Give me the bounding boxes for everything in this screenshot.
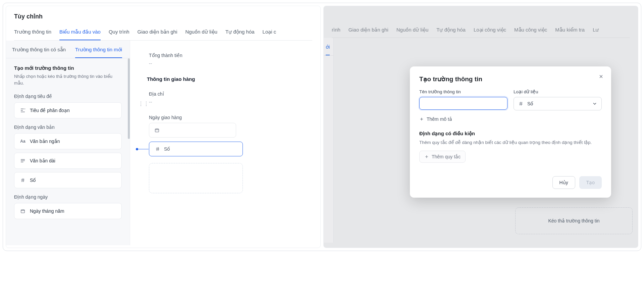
drop-insert-number[interactable]: Số <box>149 142 243 156</box>
create-field-desc: Nhấp chọn hoặc kéo thả trường thông tin … <box>14 73 122 86</box>
svg-rect-1 <box>21 210 25 213</box>
group-heading-label: Định dạng tiêu đề <box>14 94 122 99</box>
create-field-modal: Tạo trường thông tin Tên trường thông ti… <box>410 66 611 198</box>
add-description-button[interactable]: Thêm mô tả <box>419 115 452 123</box>
form-total-value: -- <box>149 61 320 66</box>
hash-icon <box>518 101 524 107</box>
tab-more-r[interactable]: Lư <box>593 23 599 38</box>
hash-icon <box>20 177 26 183</box>
field-type-label: Văn bản dài <box>30 158 55 163</box>
sidebar-subtabs: Trường thông tin có sẵn Trường thông tin… <box>6 41 130 58</box>
drop-placeholder-text: Kéo thả trường thông tin <box>548 218 599 223</box>
form-date-input[interactable] <box>149 123 236 138</box>
field-name-input[interactable] <box>419 97 507 110</box>
field-type-label: Loại dữ liệu <box>514 89 602 94</box>
form-canvas: Tổng thành tiền -- Thông tin giao hàng Đ… <box>130 41 320 245</box>
create-button[interactable]: Tạo <box>579 176 602 189</box>
hash-icon <box>155 146 161 152</box>
form-address-value: -- <box>149 99 320 105</box>
tab-process-r[interactable]: rình <box>332 23 340 38</box>
modal-title: Tạo trường thông tin <box>419 75 602 83</box>
page-title: Tùy chỉnh <box>14 13 312 20</box>
drop-insert-label: Số <box>164 146 170 152</box>
add-rule-button[interactable]: Thêm quy tắc <box>419 151 466 163</box>
tab-record-ui[interactable]: Giao diện bản ghi <box>138 26 177 40</box>
right-pane: rình Giao diện bản ghi Nguồn dữ liệu Tự … <box>323 6 638 248</box>
chevron-down-icon <box>592 101 597 106</box>
field-type-label: Văn bản ngắn <box>30 139 60 144</box>
drop-placeholder-right[interactable]: Kéo thả trường thông tin <box>515 207 633 234</box>
cancel-button[interactable]: Hủy <box>552 176 575 189</box>
conditional-format-desc: Thêm quy tắc để dễ dàng nhận biết các dữ… <box>419 139 602 146</box>
drag-handle-icon[interactable]: ⋮⋮ <box>138 101 149 107</box>
field-type-short-text[interactable]: Aa Văn bản ngắn <box>14 133 122 149</box>
field-type-select[interactable]: Số <box>514 97 602 110</box>
subtab-new-fields[interactable]: Trường thông tin mới <box>75 41 122 58</box>
form-total-label: Tổng thành tiền <box>149 53 320 58</box>
field-type-section-title[interactable]: Tiêu đề phân đoạn <box>14 102 122 118</box>
tab-data-source[interactable]: Nguồn dữ liệu <box>185 26 218 40</box>
add-description-label: Thêm mô tả <box>427 116 452 122</box>
section-icon <box>20 107 26 113</box>
plus-icon <box>424 154 429 159</box>
fields-sidebar: Trường thông tin có sẵn Trường thông tin… <box>6 41 130 245</box>
field-type-value: Số <box>527 101 533 106</box>
group-text-label: Định dạng văn bản <box>14 124 122 130</box>
add-rule-label: Thêm quy tắc <box>432 154 461 159</box>
field-type-label: Tiêu đề phân đoạn <box>30 108 70 113</box>
tab-job-template-r[interactable]: Mẫu công việc <box>514 23 547 38</box>
tab-process[interactable]: Quy trình <box>109 26 129 40</box>
tab-input-forms[interactable]: Biểu mẫu đầu vào <box>59 26 101 40</box>
subtab-existing-fields[interactable]: Trường thông tin có sẵn <box>12 41 66 58</box>
left-pane: Tùy chỉnh Trường thông tin Biểu mẫu đầu … <box>6 6 321 248</box>
create-field-title: Tạo mới trường thông tin <box>14 65 122 71</box>
insert-indicator-line <box>137 149 149 149</box>
tab-job-type[interactable]: Loại c <box>263 26 276 40</box>
main-tabs-right: rình Giao diện bản ghi Nguồn dữ liệu Tự … <box>332 23 630 38</box>
conditional-format-title: Định dạng có điều kiện <box>419 131 602 137</box>
field-name-label: Tên trường thông tin <box>419 89 507 94</box>
field-type-date[interactable]: Ngày tháng năm <box>14 203 122 219</box>
form-section-title: Thông tin giao hàng <box>147 76 320 82</box>
svg-point-0 <box>24 108 25 109</box>
group-date-label: Định dạng ngày <box>14 194 122 200</box>
field-type-label: Số <box>30 178 36 183</box>
field-type-number[interactable]: Số <box>14 172 122 188</box>
text-icon: Aa <box>20 138 26 144</box>
tab-fields[interactable]: Trường thông tin <box>14 26 51 40</box>
tab-check-template-r[interactable]: Mẫu kiểm tra <box>555 23 585 38</box>
tab-record-ui-r[interactable]: Giao diện bản ghi <box>348 23 388 38</box>
field-type-long-text[interactable]: Văn bản dài <box>14 153 122 169</box>
field-type-label: Ngày tháng năm <box>30 208 64 214</box>
close-button[interactable] <box>597 72 605 81</box>
scrollbar[interactable] <box>128 58 130 139</box>
tab-automation[interactable]: Tự động hóa <box>225 26 255 40</box>
main-tabs: Trường thông tin Biểu mẫu đầu vào Quy tr… <box>14 26 312 41</box>
svg-rect-2 <box>155 129 159 132</box>
long-text-icon <box>20 158 26 164</box>
tab-job-type-r[interactable]: Loại công việc <box>474 23 506 38</box>
calendar-icon <box>154 127 160 133</box>
form-address-label: Địa chỉ <box>149 91 320 97</box>
drop-placeholder[interactable] <box>149 163 243 193</box>
tab-automation-r[interactable]: Tự động hóa <box>436 23 466 38</box>
tab-data-source-r[interactable]: Nguồn dữ liệu <box>396 23 429 38</box>
calendar-icon <box>20 208 26 214</box>
plus-icon <box>419 117 424 121</box>
subtab-new-fields-r[interactable]: ới <box>326 38 330 55</box>
form-date-label: Ngày giao hàng <box>149 115 320 120</box>
